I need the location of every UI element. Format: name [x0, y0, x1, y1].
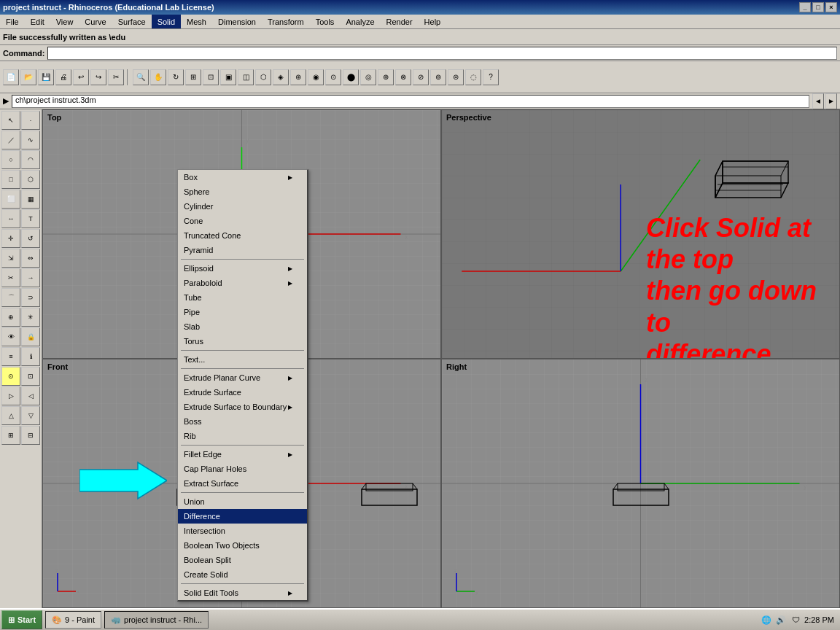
tool-fillet[interactable]: ⌒ — [1, 288, 20, 307]
toolbar-cut[interactable]: ✂ — [108, 69, 124, 85]
toolbar-v2[interactable]: ◫ — [238, 69, 254, 85]
tool-move[interactable]: ✛ — [1, 229, 20, 248]
tool-c[interactable]: △ — [1, 406, 20, 425]
toolbar-v3[interactable]: ⬡ — [255, 69, 271, 85]
menu-paraboloid[interactable]: Paraboloid ▶ — [178, 276, 307, 290]
tool-select[interactable]: ↖ — [1, 111, 20, 130]
start-button[interactable]: ⊞ Start — [1, 610, 42, 629]
toolbar-v10[interactable]: ⊕ — [378, 69, 394, 85]
menu-tube[interactable]: Tube — [178, 290, 307, 305]
toolbar-v5[interactable]: ⊛ — [290, 69, 306, 85]
toolbar-v6[interactable]: ◉ — [308, 69, 324, 85]
menu-view[interactable]: View — [50, 15, 79, 28]
menu-file[interactable]: File — [0, 15, 25, 28]
tool-scale[interactable]: ⇲ — [1, 249, 20, 268]
taskbar-paint[interactable]: 🎨 9 - Paint — [45, 611, 101, 629]
menu-torus[interactable]: Torus — [178, 334, 307, 349]
menu-boolean-split[interactable]: Boolean Split — [178, 553, 307, 567]
close-button[interactable]: × — [825, 2, 837, 12]
toolbar-v7[interactable]: ⊙ — [325, 69, 341, 85]
menu-help[interactable]: Help — [419, 15, 447, 28]
menu-tools[interactable]: Tools — [310, 15, 341, 28]
minimize-button[interactable]: _ — [799, 2, 811, 12]
tool-rect[interactable]: □ — [1, 170, 20, 189]
tool-trim[interactable]: ✂ — [1, 268, 20, 287]
toolbar-save[interactable]: 💾 — [38, 69, 54, 85]
menu-mesh[interactable]: Mesh — [181, 15, 212, 28]
toolbar-rotate[interactable]: ↻ — [168, 69, 184, 85]
toolbar-undo[interactable]: ↩ — [73, 69, 89, 85]
menu-extrude-surface[interactable]: Extrude Surface — [178, 385, 307, 400]
menu-extrude-surface-boundary[interactable]: Extrude Surface to Boundary ▶ — [178, 400, 307, 414]
menu-dimension[interactable]: Dimension — [212, 15, 262, 28]
tool-line[interactable]: ／ — [1, 131, 20, 149]
toolbar-v13[interactable]: ⊚ — [430, 69, 446, 85]
toolbar-zoom[interactable]: 🔍 — [133, 69, 149, 85]
menu-union[interactable]: Union — [178, 494, 307, 509]
toolbar-v11[interactable]: ⊗ — [395, 69, 411, 85]
tool-layer[interactable]: ≡ — [1, 347, 20, 366]
menu-rib[interactable]: Rib — [178, 429, 307, 443]
tool-explode[interactable]: ✳ — [21, 308, 40, 327]
menu-difference[interactable]: Difference — [178, 509, 307, 524]
toolbar-open[interactable]: 📂 — [20, 69, 36, 85]
tool-snap2[interactable]: ⊙ — [1, 367, 20, 386]
tool-offset[interactable]: ⊃ — [21, 288, 40, 307]
menu-curve[interactable]: Curve — [79, 15, 112, 28]
menu-fillet-edge[interactable]: Fillet Edge ▶ — [178, 447, 307, 462]
tool-props[interactable]: ℹ — [21, 347, 40, 366]
tool-arc[interactable]: ◠ — [21, 150, 40, 169]
tool-osnap[interactable]: ⊡ — [21, 367, 40, 386]
menu-analyze[interactable]: Analyze — [340, 15, 380, 28]
toolbar-v4[interactable]: ◈ — [273, 69, 289, 85]
menu-solid[interactable]: Solid — [152, 15, 181, 28]
toolbar-v16[interactable]: ? — [483, 69, 499, 85]
toolbar-print[interactable]: 🖨 — [55, 69, 71, 85]
toolbar-v14[interactable]: ⊜ — [448, 69, 464, 85]
taskbar-rhino[interactable]: 🦏 project instruct - Rhi... — [104, 611, 209, 629]
toolbar-v12[interactable]: ⊘ — [413, 69, 429, 85]
menu-extract-surface[interactable]: Extract Surface — [178, 476, 307, 491]
menu-cone[interactable]: Cone — [178, 214, 307, 228]
menu-boolean-two[interactable]: Boolean Two Objects — [178, 538, 307, 553]
tool-mirror[interactable]: ⇔ — [21, 249, 40, 268]
menu-transform[interactable]: Transform — [262, 15, 310, 28]
menu-slab[interactable]: Slab — [178, 319, 307, 334]
menu-solid-edit[interactable]: Solid Edit Tools ▶ — [178, 586, 307, 600]
tool-f[interactable]: ⊟ — [21, 426, 40, 445]
toolbar-redo[interactable]: ↪ — [90, 69, 106, 85]
tool-point[interactable]: · — [21, 111, 40, 130]
menu-render[interactable]: Render — [381, 15, 419, 28]
menu-surface[interactable]: Surface — [112, 15, 152, 28]
viewport-right[interactable]: Right y z — [441, 359, 840, 608]
maximize-button[interactable]: □ — [812, 2, 824, 12]
toolbar-v9[interactable]: ◎ — [360, 69, 376, 85]
tool-poly[interactable]: ⬡ — [21, 170, 40, 189]
menu-ellipsoid[interactable]: Ellipsoid ▶ — [178, 261, 307, 276]
tool-lock[interactable]: 🔒 — [21, 327, 40, 346]
menu-cylinder[interactable]: Cylinder — [178, 199, 307, 214]
tool-e[interactable]: ⊞ — [1, 426, 20, 445]
toolbar-grid[interactable]: ⊞ — [185, 69, 201, 85]
menu-sphere[interactable]: Sphere — [178, 184, 307, 199]
tool-surface[interactable]: ⬜ — [1, 190, 20, 209]
menu-extrude-planar[interactable]: Extrude Planar Curve ▶ — [178, 370, 307, 385]
menu-intersection[interactable]: Intersection — [178, 524, 307, 538]
menu-truncated-cone[interactable]: Truncated Cone — [178, 228, 307, 243]
tool-a[interactable]: ▷ — [1, 386, 20, 405]
address-input[interactable]: ch\project instruct.3dm — [12, 95, 809, 108]
tool-b[interactable]: ◁ — [21, 386, 40, 405]
menu-text[interactable]: Text... — [178, 352, 307, 367]
menu-edit[interactable]: Edit — [25, 15, 50, 28]
menu-box[interactable]: Box ▶ — [178, 170, 307, 184]
tool-d[interactable]: ▽ — [21, 406, 40, 425]
tool-extend[interactable]: → — [21, 268, 40, 287]
nav-fwd[interactable]: ► — [825, 93, 837, 109]
tool-mesh[interactable]: ▦ — [21, 190, 40, 209]
viewport-perspective[interactable]: Perspective — [441, 109, 840, 359]
tool-join[interactable]: ⊕ — [1, 308, 20, 327]
toolbar-snap[interactable]: ⊡ — [203, 69, 219, 85]
toolbar-v1[interactable]: ▣ — [220, 69, 236, 85]
tool-rotate2[interactable]: ↺ — [21, 229, 40, 248]
tool-text[interactable]: T — [21, 209, 40, 228]
